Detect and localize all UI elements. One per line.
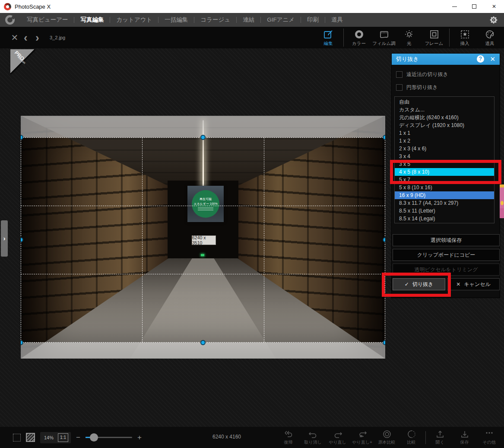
undo-button[interactable]: 取り消し <box>301 429 325 445</box>
chevron-right-icon: › <box>3 235 6 242</box>
crop-panel-title: 切り抜き <box>396 55 419 63</box>
close-image-icon[interactable]: ✕ <box>10 32 20 43</box>
crop-grid-line <box>264 137 264 343</box>
circular-crop-option[interactable]: 円形切り抜き <box>396 84 438 91</box>
zoom-slider-thumb[interactable] <box>90 433 98 442</box>
background-toggle-icon[interactable] <box>26 433 35 442</box>
ratio-option-1x1[interactable]: 1 x 1 <box>395 129 494 137</box>
crop-handle[interactable] <box>200 340 206 345</box>
crop-handle[interactable] <box>383 340 385 345</box>
tab-batch-edit[interactable]: 一括編集 <box>158 13 194 27</box>
redo-button[interactable]: やり直し <box>325 429 350 445</box>
frame-icon <box>429 29 440 40</box>
next-image-icon[interactable]: › <box>35 32 43 43</box>
x-icon: ✕ <box>456 281 460 287</box>
zoom-out-icon[interactable]: − <box>76 433 80 442</box>
zoom-level[interactable]: 14% <box>43 435 55 440</box>
tab-print[interactable]: 印刷 <box>301 13 325 27</box>
crop-size-label: 6240 x 3510 <box>192 235 216 245</box>
maximize-button[interactable] <box>464 0 484 13</box>
open-button[interactable]: 開く <box>428 429 452 445</box>
crop-panel-header[interactable]: 切り抜き ? ✕ <box>392 54 500 65</box>
selection-marquee-icon[interactable] <box>13 434 21 442</box>
film-icon <box>379 29 390 40</box>
palette-icon <box>485 29 495 40</box>
insert-icon <box>460 29 470 40</box>
zoom-in-icon[interactable]: + <box>137 433 142 442</box>
pro-version-badge: PRO Version <box>10 49 35 74</box>
title-bar: PhotoScape X ✕ <box>0 0 504 13</box>
save-button[interactable]: 保存 <box>452 429 477 445</box>
redo-plus-button[interactable]: やり直し+ <box>350 429 374 445</box>
main-menu-bar: 写真ビューアー 写真編集 カットアウト 一括編集 コラージュ 連結 GIFアニメ… <box>0 13 504 27</box>
save-selection-button[interactable]: 選択領域保存 <box>393 234 500 246</box>
image-dimensions: 6240 x 4160 <box>190 434 263 440</box>
copy-to-clipboard-button[interactable]: クリップボードにコピー <box>393 249 500 261</box>
ratio-option-3x4[interactable]: 3 x 4 <box>395 153 494 160</box>
close-button[interactable]: ✕ <box>484 0 504 13</box>
tab-photo-viewer[interactable]: 写真ビューアー <box>21 13 74 27</box>
revert-button[interactable]: 復帰 <box>276 429 301 445</box>
tool-color[interactable]: カラー <box>346 27 371 48</box>
ratio-option-5x8[interactable]: 5 x 8 (10 x 16) <box>395 184 494 191</box>
crop-handle[interactable] <box>383 237 385 242</box>
ratio-option-free[interactable]: 自由 <box>395 98 494 106</box>
ratio-option-16x9[interactable]: 16 x 9 (HD) <box>395 191 494 199</box>
tab-gif-anime[interactable]: GIFアニメ <box>261 13 301 27</box>
perspective-crop-option[interactable]: 遠近法の切り抜き <box>396 71 448 78</box>
perspective-crop-checkbox[interactable] <box>396 71 403 78</box>
crop-grid-line <box>142 137 143 343</box>
tool-tools[interactable]: 道具 <box>477 27 502 48</box>
more-button[interactable]: その他 <box>477 429 501 445</box>
panel-close-icon[interactable]: ✕ <box>490 55 495 64</box>
ratio-option-legal[interactable]: 8.5 x 14 (Legal) <box>395 215 494 222</box>
warehouse-photo[interactable]: 再生可能 エネルギー 100% 6240 x 3510 <box>21 116 385 359</box>
tool-film[interactable]: フィルム調 <box>371 27 396 48</box>
ratio-option-original[interactable]: 元の縦横比 (6240 x 4160) <box>395 114 494 121</box>
tool-frame[interactable]: フレーム <box>422 27 447 48</box>
zoom-slider[interactable] <box>86 433 132 442</box>
ratio-option-2x3[interactable]: 2 x 3 (4 x 6) <box>395 145 494 153</box>
photoscape-swirl-icon[interactable] <box>5 15 15 25</box>
tool-edit[interactable]: 編集 <box>316 27 341 48</box>
crop-handle[interactable] <box>383 135 385 140</box>
statusbar-divider <box>425 431 426 444</box>
minimize-button[interactable] <box>444 0 464 13</box>
ratio-option-a4[interactable]: 8.3 x 11.7 (A4, 210 x 297) <box>395 199 494 207</box>
compare-original-button[interactable]: 原本比較 <box>374 429 399 445</box>
settings-gear-icon[interactable] <box>489 16 498 24</box>
ratio-option-1x2[interactable]: 1 x 2 <box>395 137 494 145</box>
annotation-box-crop-button <box>382 273 451 297</box>
zoom-control: 14% 1:1 <box>40 432 71 443</box>
sidebar-expand-tab[interactable]: › <box>1 220 8 257</box>
ratio-option-letter[interactable]: 8.5 x 11 (Letter) <box>395 207 494 215</box>
compare-button[interactable]: 比較 <box>399 429 424 445</box>
sun-icon <box>404 29 415 40</box>
tab-cutout[interactable]: カットアウト <box>110 13 158 27</box>
tool-light[interactable]: 光 <box>396 27 422 48</box>
screen-edge-artifact <box>500 184 504 218</box>
actual-size-button[interactable]: 1:1 <box>58 433 68 442</box>
prev-image-icon[interactable]: ‹ <box>24 32 32 43</box>
filename-label: 3_2.jpg <box>50 35 65 40</box>
crop-handle[interactable] <box>200 135 206 140</box>
help-icon[interactable]: ? <box>477 55 484 63</box>
tab-combine[interactable]: 連結 <box>237 13 260 27</box>
toolbar-divider <box>449 29 450 47</box>
editing-canvas: PRO Version › 再生可能 エネルギー 100% <box>0 48 504 427</box>
crop-excluded-top <box>21 116 385 137</box>
ratio-option-display[interactable]: ディスプレイ (1920 x 1080) <box>395 121 494 129</box>
minimize-icon <box>452 6 457 7</box>
tab-tools[interactable]: 道具 <box>325 13 349 27</box>
crop-grid-line <box>21 274 385 274</box>
crop-grid-line <box>21 206 385 206</box>
app-logo-icon <box>4 3 11 10</box>
ratio-option-custom[interactable]: カスタム... <box>395 106 494 114</box>
maximize-icon <box>472 4 476 9</box>
circular-crop-checkbox[interactable] <box>396 84 403 91</box>
tab-collage[interactable]: コラージュ <box>194 13 236 27</box>
tab-photo-editor[interactable]: 写真編集 <box>74 13 110 27</box>
edit-icon <box>323 29 334 40</box>
cancel-button[interactable]: ✕ キャンセル <box>447 278 500 290</box>
tool-insert[interactable]: 挿入 <box>452 27 477 48</box>
